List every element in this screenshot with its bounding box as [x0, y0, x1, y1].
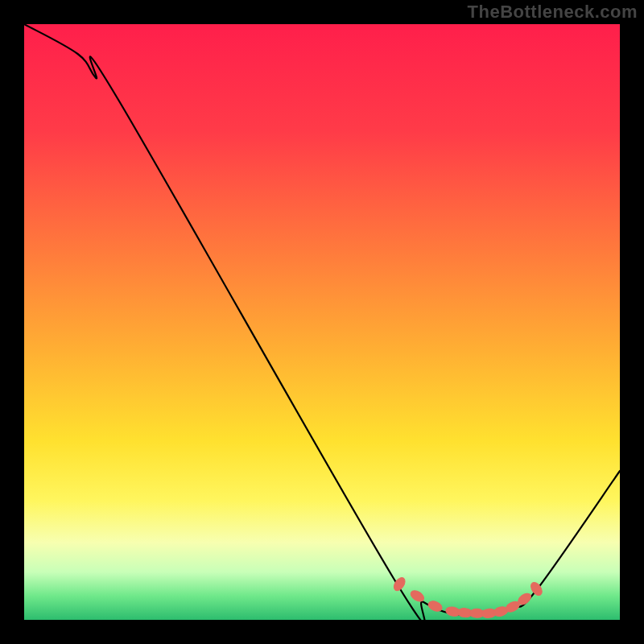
chart-svg [24, 24, 620, 620]
gradient-background [24, 24, 620, 620]
chart-frame: TheBottleneck.com [0, 0, 644, 644]
plot-area [24, 24, 620, 620]
watermark-label: TheBottleneck.com [468, 2, 638, 23]
